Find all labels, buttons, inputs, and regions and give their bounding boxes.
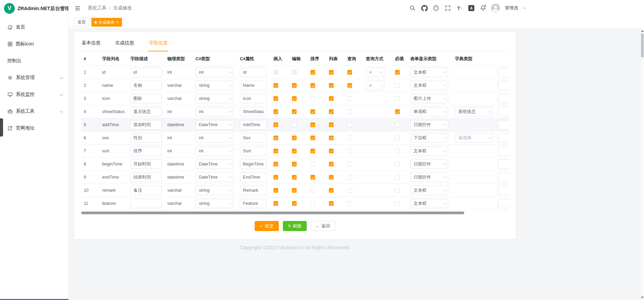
extra-input[interactable] [498,68,509,77]
required-checkbox[interactable] [395,136,400,140]
required-checkbox[interactable] [395,201,400,206]
cs-attr-input[interactable] [240,146,267,156]
cs-type-select[interactable]: int [196,133,233,143]
chevron-down-icon[interactable] [523,6,526,9]
required-checkbox[interactable] [395,162,400,166]
field-desc-input[interactable] [130,107,162,116]
required-checkbox[interactable] [395,122,400,127]
field-desc-input[interactable] [130,133,162,143]
cs-attr-input[interactable] [240,133,267,143]
search-icon[interactable] [409,4,416,12]
edit-checkbox[interactable] [292,109,297,114]
edit-checkbox[interactable] [292,136,297,140]
app-logo[interactable]: V ZRAdmin.NET后台管理 [0,0,68,17]
extra-input[interactable] [498,159,509,169]
cs-attr-input[interactable] [240,173,267,182]
insert-checkbox[interactable] [273,136,278,140]
extra-input[interactable] [498,133,509,143]
required-checkbox[interactable] [395,96,400,101]
cs-type-select[interactable]: DateTime [196,159,233,169]
field-desc-input[interactable] [130,81,162,90]
cs-type-select[interactable]: int [196,68,233,77]
back-button[interactable]: ← 返回 [311,221,335,231]
list-checkbox[interactable] [329,122,334,127]
query-checkbox[interactable] [347,136,352,140]
sidebar-item-console[interactable]: 控制台 [0,52,68,69]
insert-checkbox[interactable] [273,96,278,101]
cs-attr-input[interactable] [240,186,267,195]
user-name[interactable]: 管理员 [505,5,518,11]
list-checkbox[interactable] [329,162,334,166]
extra-input[interactable] [498,94,509,103]
edit-checkbox[interactable] [292,149,297,153]
edit-checkbox[interactable] [292,162,297,166]
query-checkbox[interactable] [347,175,352,180]
sidebar-item-home[interactable]: 首页 [0,19,68,36]
sidebar-item-system-tools[interactable]: 系统工具 [0,103,68,120]
required-checkbox[interactable] [395,149,400,153]
insert-checkbox[interactable] [273,162,278,166]
list-checkbox[interactable] [329,175,334,180]
sidebar-fold-icon[interactable] [74,4,81,12]
extra-input[interactable] [498,120,509,129]
insert-checkbox[interactable] [273,83,278,88]
cs-attr-input[interactable] [240,81,267,90]
field-desc-input[interactable] [130,159,162,169]
sidebar-item-system-manage[interactable]: 系统管理 [0,69,68,86]
insert-checkbox[interactable] [273,149,278,153]
cs-type-select[interactable]: string [196,94,233,103]
font-size-icon[interactable]: T↕ [456,4,463,12]
field-desc-input[interactable] [130,120,162,129]
tag-home[interactable]: 首页 [74,18,89,27]
sort-checkbox[interactable] [310,136,315,140]
vertical-scrollbar[interactable] [640,29,644,300]
edit-checkbox[interactable] [292,96,297,101]
field-desc-input[interactable] [130,173,162,182]
list-checkbox[interactable] [329,149,334,153]
scroll-up-arrow-icon[interactable] [641,30,644,32]
cs-type-select[interactable]: string [196,199,233,208]
insert-checkbox[interactable] [273,122,278,127]
language-icon[interactable]: A [468,4,475,12]
display-type-select[interactable]: 文本框 [410,68,448,77]
cs-attr-input[interactable] [240,68,267,77]
cs-type-select[interactable]: string [196,186,233,195]
query-op-select[interactable]: = [366,81,384,90]
insert-checkbox[interactable] [273,175,278,180]
display-type-select[interactable]: 文本框 [410,199,448,208]
sort-checkbox[interactable] [310,83,315,88]
field-desc-input[interactable] [130,94,162,103]
display-type-select[interactable]: 下拉框 [410,133,448,143]
edit-checkbox[interactable] [292,122,297,127]
cs-attr-input[interactable] [240,120,267,129]
list-checkbox[interactable] [329,83,334,88]
query-checkbox[interactable] [347,188,352,193]
required-checkbox[interactable] [395,175,400,180]
sort-checkbox[interactable] [310,70,315,75]
insert-checkbox[interactable] [273,201,278,206]
query-checkbox[interactable] [347,96,352,101]
edit-checkbox[interactable] [292,188,297,193]
avatar[interactable] [491,4,500,12]
edit-checkbox[interactable] [292,83,297,88]
cs-attr-input[interactable] [240,107,267,116]
query-checkbox[interactable] [347,122,352,127]
horizontal-scrollbar-thumb[interactable] [81,212,464,214]
sidebar-item-icons[interactable]: 图标icon [0,36,68,52]
required-checkbox[interactable] [395,188,400,193]
edit-checkbox[interactable] [292,201,297,206]
display-type-select[interactable]: 文本框 [410,146,448,156]
required-checkbox[interactable] [395,83,400,88]
list-checkbox[interactable] [329,70,334,75]
display-type-select[interactable]: 单选框 [410,107,448,116]
github-icon[interactable] [421,4,428,12]
display-type-select[interactable]: 日期控件 [410,120,448,129]
vertical-scrollbar-thumb[interactable] [641,33,644,58]
extra-input[interactable] [498,186,509,195]
extra-input[interactable] [498,199,509,208]
cs-type-select[interactable]: string [196,81,233,90]
query-op-select[interactable]: = [366,68,384,77]
field-desc-input[interactable] [130,186,162,195]
sort-checkbox[interactable] [310,149,315,153]
list-checkbox[interactable] [329,188,334,193]
